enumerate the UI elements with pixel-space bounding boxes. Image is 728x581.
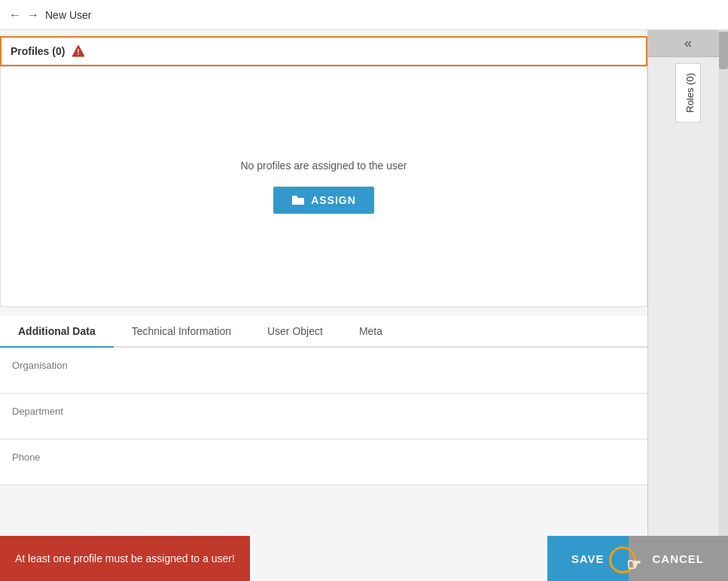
tab-user-object[interactable]: User Object xyxy=(249,316,341,346)
phone-field: Phone xyxy=(0,440,647,485)
collapse-top-icon: « xyxy=(684,35,692,51)
department-field: Department xyxy=(0,394,647,440)
department-label: Department xyxy=(12,406,635,417)
save-label: SAVE xyxy=(571,552,605,565)
tab-meta[interactable]: Meta xyxy=(341,316,401,346)
phone-input[interactable] xyxy=(12,467,635,485)
organisation-input[interactable] xyxy=(12,375,635,393)
tab-additional-data[interactable]: Additional Data xyxy=(0,316,114,346)
profiles-content-area: No profiles are assigned to the user ASS… xyxy=(0,66,647,307)
profiles-title: Profiles (0) xyxy=(11,45,65,57)
back-arrow[interactable]: ← xyxy=(9,8,21,22)
no-profiles-text: No profiles are assigned to the user xyxy=(240,160,407,172)
department-input[interactable] xyxy=(12,421,635,439)
cancel-button[interactable]: CANCEL xyxy=(629,536,729,581)
action-buttons: SAVE ☞ CANCEL xyxy=(547,536,728,581)
scrollbar-thumb[interactable] xyxy=(719,32,728,69)
content-wrapper: Profiles (0) ! No profiles are assigned … xyxy=(0,30,728,581)
cancel-label: CANCEL xyxy=(653,552,705,565)
page-title: New User xyxy=(45,9,91,21)
right-sidebar: « Roles (0) « xyxy=(647,30,728,581)
bottom-bar: At least one profile must be assigned to… xyxy=(0,536,728,581)
error-message: At least one profile must be assigned to… xyxy=(0,536,250,581)
tab-technical-information[interactable]: Technical Information xyxy=(114,316,249,346)
scrollbar-track[interactable] xyxy=(719,30,728,581)
tab-content: Organisation Department Phone xyxy=(0,348,647,485)
profiles-header: Profiles (0) ! xyxy=(0,36,647,66)
warning-icon: ! xyxy=(71,44,86,59)
roles-vertical-tab[interactable]: Roles (0) xyxy=(675,63,701,123)
panel-and-tabs: Profiles (0) ! No profiles are assigned … xyxy=(0,30,647,581)
assign-button[interactable]: ASSIGN xyxy=(273,187,374,214)
organisation-label: Organisation xyxy=(12,360,635,371)
phone-label: Phone xyxy=(12,452,635,463)
tabs-container: Additional Data Technical Information Us… xyxy=(0,316,647,485)
svg-text:!: ! xyxy=(78,48,80,56)
save-button[interactable]: SAVE ☞ xyxy=(547,536,629,581)
top-nav: ← → New User xyxy=(0,0,728,30)
page-container: ← → New User Profiles (0) ! No profiles … xyxy=(0,0,728,581)
collapse-top-button[interactable]: « xyxy=(648,30,728,57)
assign-button-label: ASSIGN xyxy=(311,194,356,206)
forward-arrow[interactable]: → xyxy=(27,8,39,22)
tabs-header: Additional Data Technical Information Us… xyxy=(0,316,647,348)
organisation-field: Organisation xyxy=(0,348,647,394)
